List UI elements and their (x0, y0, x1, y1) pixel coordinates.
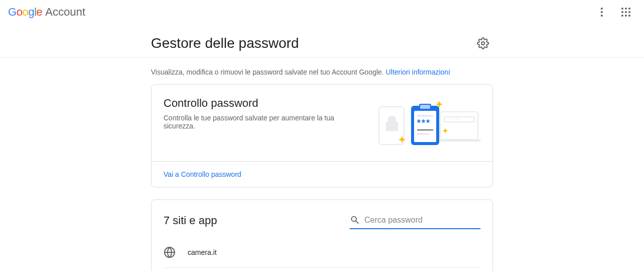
site-item[interactable]: camera.it (164, 237, 480, 268)
search-field-wrap[interactable] (350, 212, 480, 229)
checkup-title: Controllo password (164, 97, 365, 110)
svg-point-2 (601, 15, 603, 17)
page-title: Gestore delle password (151, 35, 299, 51)
svg-point-4 (625, 8, 627, 10)
svg-point-6 (621, 11, 623, 13)
svg-text:* * * * *: * * * * * (448, 117, 460, 122)
settings-button[interactable] (473, 33, 493, 53)
site-name: camera.it (188, 248, 217, 256)
gear-icon (477, 37, 489, 49)
svg-rect-14 (440, 112, 478, 140)
svg-point-5 (628, 8, 630, 10)
search-icon (350, 214, 360, 226)
page-description: Visualizza, modifica o rimuovi le passwo… (151, 68, 493, 76)
apps-grid-button[interactable] (616, 2, 636, 22)
svg-point-9 (621, 15, 623, 17)
globe-icon (164, 246, 176, 258)
svg-point-11 (628, 15, 630, 17)
search-input[interactable] (364, 216, 480, 225)
svg-rect-15 (436, 140, 480, 142)
svg-point-10 (625, 15, 627, 17)
sites-count-title: 7 siti e app (164, 214, 217, 227)
svg-point-0 (601, 8, 603, 10)
google-wordmark: Google (8, 6, 42, 19)
more-vert-icon (596, 6, 608, 18)
svg-text:***: *** (417, 118, 431, 128)
header-divider (0, 57, 644, 58)
google-account-logo[interactable]: Google Account (8, 6, 86, 19)
product-name: Account (45, 6, 86, 19)
svg-point-3 (621, 8, 623, 10)
checkup-subtitle: Controlla le tue password salvate per au… (164, 114, 365, 130)
svg-point-12 (481, 42, 485, 45)
learn-more-link[interactable]: Ulteriori informazioni (386, 68, 450, 76)
site-item[interactable]: e Eventbrite - Scopri eventi divertenti … (164, 268, 480, 271)
more-menu-button[interactable] (592, 2, 612, 22)
checkup-cta-link[interactable]: Vai a Controllo password (164, 170, 242, 178)
checkup-illustration: * * * * * *** (375, 97, 480, 149)
svg-point-8 (628, 11, 630, 13)
svg-rect-21 (420, 105, 430, 109)
svg-point-1 (601, 11, 603, 13)
password-checkup-card: Controllo password Controlla le tue pass… (151, 84, 493, 187)
svg-point-7 (625, 11, 627, 13)
saved-sites-card: 7 siti e app camera.it e Eventbrite - Sc… (151, 199, 493, 271)
apps-grid-icon (620, 6, 632, 18)
